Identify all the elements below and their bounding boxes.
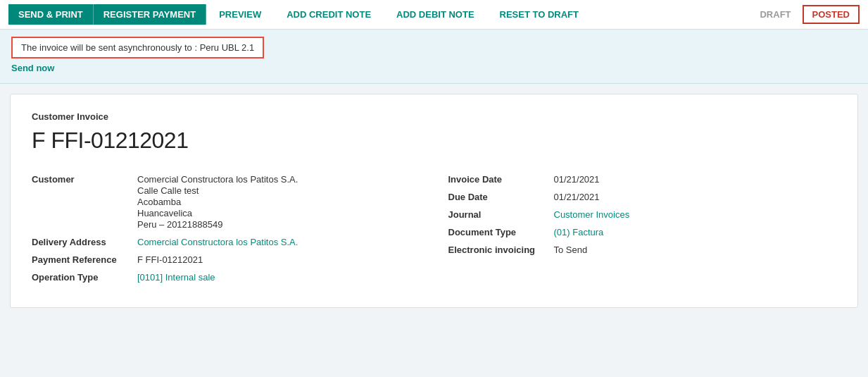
journal-label: Journal: [448, 209, 554, 220]
electronic-invoicing-label: Electronic invoicing: [448, 245, 554, 255]
add-debit-note-button[interactable]: ADD DEBIT NOTE: [384, 4, 487, 25]
payment-reference-label: Payment Reference: [32, 254, 137, 265]
due-date-label: Due Date: [448, 192, 554, 202]
payment-reference-row: Payment Reference F FFI-01212021: [32, 251, 420, 268]
operation-type-label: Operation Type: [32, 272, 137, 283]
send-print-button[interactable]: SEND & PRINT: [8, 4, 94, 25]
customer-name-link[interactable]: Comercial Constructora los Patitos S.A.: [137, 174, 298, 185]
add-credit-note-button[interactable]: ADD CREDIT NOTE: [274, 4, 384, 25]
electronic-invoicing-value: To Send: [554, 245, 588, 255]
delivery-address-value[interactable]: Comercial Constructora los Patitos S.A.: [137, 237, 298, 247]
customer-value: Comercial Constructora los Patitos S.A. …: [137, 174, 298, 230]
register-payment-button[interactable]: REGISTER PAYMENT: [94, 4, 206, 25]
invoice-date-value: 01/21/2021: [554, 174, 600, 185]
customer-address-line3: Huancavelica: [137, 208, 298, 218]
due-date-row: Due Date 01/21/2021: [448, 188, 837, 206]
reset-to-draft-button[interactable]: RESET TO DRAFT: [487, 4, 591, 25]
delivery-address-label: Delivery Address: [32, 237, 137, 247]
customer-address-line1: Calle Calle test: [137, 185, 298, 196]
customer-address-line4: Peru – 20121888549: [137, 219, 298, 230]
customer-label: Customer: [32, 174, 137, 185]
due-date-value: 01/21/2021: [554, 192, 600, 202]
banner-message-box: The invoice will be sent asynchronously …: [11, 37, 264, 58]
field-group-left: Customer Comercial Constructora los Pati…: [32, 171, 420, 286]
invoice-date-row: Invoice Date 01/21/2021: [448, 171, 837, 188]
status-draft-badge: DRAFT: [753, 5, 798, 24]
document-number: F FFI-01212021: [32, 128, 836, 154]
customer-field-row: Customer Comercial Constructora los Pati…: [32, 171, 420, 233]
document-type-label: Customer Invoice: [32, 111, 836, 122]
info-banner: The invoice will be sent asynchronously …: [0, 30, 868, 84]
banner-message-text: The invoice will be sent asynchronously …: [21, 42, 254, 53]
delivery-address-row: Delivery Address Comercial Constructora …: [32, 233, 420, 251]
toolbar: SEND & PRINT REGISTER PAYMENT PREVIEW AD…: [0, 0, 868, 30]
document-type-row: Document Type (01) Factura: [448, 223, 837, 241]
payment-reference-value: F FFI-01212021: [137, 254, 203, 265]
operation-type-value[interactable]: [0101] Internal sale: [137, 272, 215, 283]
journal-value[interactable]: Customer Invoices: [554, 209, 630, 220]
electronic-invoicing-row: Electronic invoicing To Send: [448, 241, 837, 259]
fields-grid: Customer Comercial Constructora los Pati…: [32, 171, 836, 286]
preview-button[interactable]: PREVIEW: [206, 4, 274, 25]
document-type-field-value[interactable]: (01) Factura: [554, 227, 604, 237]
customer-address-line2: Acobamba: [137, 197, 298, 207]
send-now-link[interactable]: Send now: [11, 63, 54, 79]
document-type-field-label: Document Type: [448, 227, 554, 237]
journal-row: Journal Customer Invoices: [448, 206, 837, 223]
field-group-right: Invoice Date 01/21/2021 Due Date 01/21/2…: [448, 171, 837, 286]
status-posted-badge: POSTED: [803, 5, 860, 24]
document-card: Customer Invoice F FFI-01212021 Customer…: [10, 94, 858, 308]
operation-type-row: Operation Type [0101] Internal sale: [32, 268, 420, 286]
invoice-date-label: Invoice Date: [448, 174, 554, 185]
